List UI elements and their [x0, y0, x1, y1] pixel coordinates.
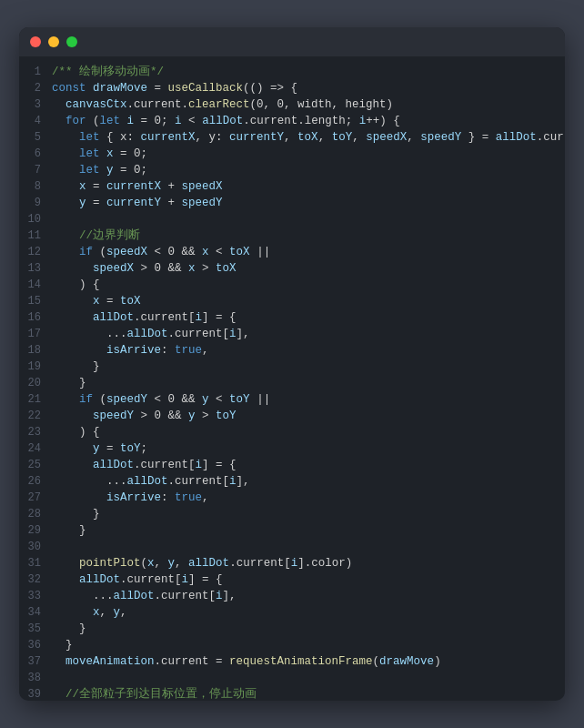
token: allDot: [79, 573, 120, 586]
token: currentX: [106, 180, 161, 193]
token: allDot: [114, 590, 155, 602]
line-content: x = toX: [52, 293, 565, 309]
token: drawMove: [379, 655, 434, 668]
code-line: 11 //边界判断: [19, 228, 565, 244]
token: .current[: [155, 590, 216, 602]
line-number: 36: [19, 637, 52, 653]
token: isArrive: [106, 344, 161, 357]
code-line: 1/** 绘制移动动画*/: [19, 64, 565, 80]
token: speedY: [182, 197, 223, 209]
close-button[interactable]: [30, 36, 41, 47]
token: ,: [100, 606, 114, 619]
code-line: 8 x = currentX + speedX: [19, 178, 565, 195]
token: ...: [52, 590, 114, 602]
token: [52, 410, 93, 422]
token: ],: [237, 475, 250, 488]
token: .current.: [127, 98, 189, 111]
line-number: 9: [19, 195, 52, 211]
token: > 0 &&: [134, 410, 188, 422]
token: i: [175, 115, 182, 127]
token: i: [196, 311, 203, 324]
token: let: [79, 131, 106, 144]
line-content: ...allDot.current[i],: [52, 588, 565, 604]
token: const: [52, 82, 93, 95]
token: x: [188, 262, 196, 275]
token: x: [147, 557, 155, 570]
code-line: 32 allDot.current[i] = {: [19, 571, 565, 588]
token: [52, 164, 79, 177]
token: allDot: [202, 115, 243, 127]
token: currentY: [106, 197, 161, 209]
token: speedX: [93, 262, 134, 275]
token: .current[: [168, 328, 230, 340]
token: /** 绘制移动动画*/: [52, 66, 164, 78]
token: (: [373, 655, 380, 668]
token: +: [161, 197, 182, 209]
token: i: [216, 590, 223, 602]
token: [52, 131, 79, 144]
line-number: 24: [19, 440, 52, 457]
token: = 0;: [114, 147, 148, 160]
token: speedY: [420, 131, 461, 144]
token: [52, 197, 79, 209]
token: <: [209, 393, 230, 406]
line-number: 39: [19, 686, 52, 701]
token: +: [161, 180, 182, 193]
code-line: 10: [19, 211, 565, 228]
token: moveAnimation: [65, 655, 155, 668]
code-line: 21 if (speedY < 0 && y < toY ||: [19, 391, 565, 408]
line-number: 20: [19, 375, 52, 391]
maximize-button[interactable]: [66, 36, 77, 47]
token: =: [86, 180, 107, 193]
code-line: 35 }: [19, 621, 565, 637]
code-line: 3 canvasCtx.current.clearRect(0, 0, widt…: [19, 96, 565, 113]
token: (0, 0, width, height): [250, 98, 394, 111]
token: }: [52, 360, 100, 373]
code-line: 30: [19, 539, 565, 555]
line-number: 12: [19, 244, 52, 260]
token: [52, 573, 79, 586]
token: (() => {: [243, 82, 297, 95]
code-line: 4 for (let i = 0; i < allDot.current.len…: [19, 113, 565, 129]
line-content: y = toY;: [52, 440, 565, 457]
line-content: x = currentX + speedX: [52, 178, 565, 195]
token: (: [93, 115, 100, 127]
token: <: [182, 115, 203, 127]
code-line: 7 let y = 0;: [19, 162, 565, 178]
token: [52, 442, 93, 455]
code-line: 25 allDot.current[i] = {: [19, 457, 565, 473]
line-content: [52, 539, 565, 555]
code-line: 16 allDot.current[i] = {: [19, 309, 565, 326]
token: let: [100, 115, 127, 127]
token: >: [196, 262, 216, 275]
token: ,: [155, 557, 168, 570]
token: :: [161, 344, 175, 357]
token: [52, 229, 79, 242]
code-line: 20 }: [19, 375, 565, 391]
line-number: 10: [19, 211, 52, 228]
code-line: 38: [19, 670, 565, 686]
token: =: [100, 295, 121, 308]
titlebar: [19, 27, 565, 56]
token: }: [52, 524, 86, 537]
line-content: allDot.current[i] = {: [52, 571, 565, 588]
token: x: [93, 606, 100, 619]
minimize-button[interactable]: [48, 36, 59, 47]
token: speedX: [106, 246, 147, 258]
code-line: 31 pointPlot(x, y, allDot.current[i].col…: [19, 555, 565, 571]
token: [52, 688, 65, 701]
token: allDot: [93, 459, 134, 471]
line-content: //边界判断: [52, 228, 565, 244]
token: allDot: [188, 557, 229, 570]
token: [52, 606, 93, 619]
token: y: [114, 606, 121, 619]
line-number: 31: [19, 555, 52, 571]
line-number: 1: [19, 64, 52, 80]
code-line: 26 ...allDot.current[i],: [19, 473, 565, 490]
line-number: 35: [19, 621, 52, 637]
code-line: 9 y = currentY + speedY: [19, 195, 565, 211]
token: currentY: [229, 131, 284, 144]
line-number: 6: [19, 146, 52, 162]
line-number: 21: [19, 391, 52, 408]
token: :: [161, 491, 175, 504]
